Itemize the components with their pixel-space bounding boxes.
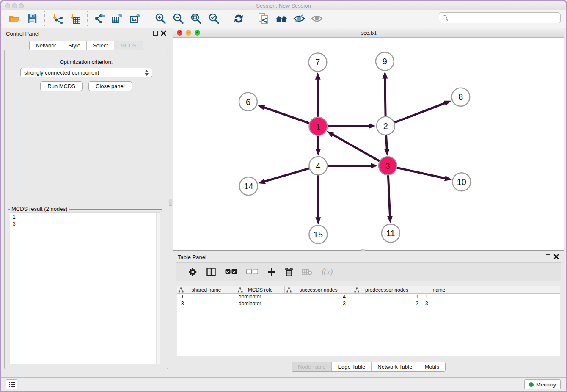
zoom-fit-icon[interactable] — [190, 12, 202, 25]
svg-text:1: 1 — [316, 122, 320, 131]
table-tab-network-table[interactable]: Network Table — [371, 362, 418, 371]
app-window: Session: New Session — [0, 0, 567, 392]
svg-text:14: 14 — [244, 182, 253, 191]
graph-node-7[interactable]: 7 — [308, 53, 327, 72]
graph-edge-1-2[interactable] — [327, 126, 369, 127]
open-session-icon[interactable] — [8, 12, 21, 25]
select-all-rows-icon[interactable] — [225, 269, 237, 275]
memory-button[interactable]: Memory — [524, 379, 561, 389]
show-panels-icon[interactable] — [311, 12, 323, 25]
svg-text:11: 11 — [386, 229, 395, 238]
column-header-name[interactable]: name — [421, 286, 457, 293]
table-toolbar: f(x) — [176, 262, 561, 281]
graph-node-10[interactable]: 10 — [452, 173, 471, 191]
mcds-result-textarea[interactable]: 13 — [10, 212, 160, 364]
export-image-icon[interactable] — [129, 12, 142, 25]
search-icon — [442, 15, 449, 21]
column-header-MCDS-role[interactable]: MCDS role — [236, 286, 285, 293]
add-column-icon[interactable] — [267, 268, 276, 276]
task-history-button[interactable] — [6, 379, 17, 389]
tab-style[interactable]: Style — [62, 41, 86, 50]
close-panel-button[interactable]: Close panel — [88, 81, 132, 91]
zoom-selected-icon[interactable] — [207, 12, 220, 25]
graph-node-9[interactable]: 9 — [376, 52, 394, 71]
graph-edge-3-1[interactable] — [333, 135, 380, 161]
svg-text:7: 7 — [315, 58, 320, 67]
table-settings-icon[interactable] — [188, 268, 197, 276]
export-network-icon[interactable] — [94, 12, 106, 25]
zoom-out-icon[interactable] — [172, 12, 184, 25]
close-table-panel-icon[interactable] — [553, 254, 559, 259]
criterion-select[interactable]: strongly connected component — [20, 68, 152, 77]
graph-edge-3-10[interactable] — [396, 168, 445, 178]
control-panel: Control Panel NetworkStyleSelectMCDS Opt… — [1, 28, 171, 376]
cell-predecessor_nodes: 1 — [352, 294, 421, 301]
graph-node-8[interactable]: 8 — [451, 88, 470, 106]
graph-node-2[interactable]: 2 — [377, 117, 395, 135]
graph-edge-2-8[interactable] — [394, 103, 445, 122]
zoom-in-icon[interactable] — [154, 12, 167, 25]
search-input[interactable] — [451, 15, 560, 21]
status-bar: Memory — [1, 377, 566, 391]
graph-node-4[interactable]: 4 — [309, 157, 327, 175]
tab-mcds[interactable]: MCDS — [114, 41, 142, 50]
table-tab-edge-table[interactable]: Edge Table — [331, 362, 371, 371]
home-view-icon[interactable] — [275, 12, 288, 25]
import-network-icon[interactable] — [51, 12, 63, 25]
search-box[interactable] — [439, 12, 561, 23]
graph-node-15[interactable]: 15 — [309, 225, 327, 243]
graph-node-6[interactable]: 6 — [239, 93, 257, 111]
toolbar-separator — [226, 11, 226, 26]
table-row[interactable]: 1dominator411 — [177, 294, 560, 301]
clone-network-icon[interactable] — [257, 12, 270, 25]
cell-mcds_role: dominator — [236, 301, 285, 307]
graph-edge-1-7[interactable] — [318, 79, 318, 117]
refresh-view-icon[interactable] — [232, 12, 245, 25]
hide-panels-icon[interactable] — [293, 12, 306, 25]
close-panel-icon[interactable] — [161, 30, 166, 36]
tab-select[interactable]: Select — [86, 41, 114, 50]
graph-node-14[interactable]: 14 — [239, 177, 258, 195]
float-table-panel-icon[interactable] — [546, 254, 550, 259]
mcds-result-title: MCDS result (2 nodes) — [10, 206, 69, 212]
graph-node-3[interactable]: 3 — [379, 157, 397, 175]
cell-shared_name: 1 — [177, 294, 236, 301]
graph-node-1[interactable]: 1 — [309, 117, 327, 135]
float-panel-icon[interactable] — [153, 31, 158, 36]
table-panel-tabs: Node TableEdge TableNetwork TableMotifs — [292, 362, 446, 372]
svg-text:8: 8 — [458, 92, 463, 102]
graph-edge-1-6[interactable] — [264, 107, 310, 123]
window-title: Session: New Session — [1, 3, 566, 9]
svg-text:10: 10 — [457, 177, 466, 187]
memory-label: Memory — [536, 381, 556, 388]
network-window-titlebar[interactable]: ✕ − + scc.txt — [173, 28, 564, 38]
graph-node-11[interactable]: 11 — [382, 224, 400, 242]
table-body: 1dominator4113dominator323 — [177, 294, 560, 307]
graph-edge-4-14[interactable] — [264, 168, 309, 182]
graph-edge-2-3[interactable] — [386, 135, 387, 149]
export-table-icon[interactable] — [111, 12, 124, 25]
split-view-icon[interactable] — [206, 268, 216, 276]
table-row[interactable]: 3dominator323 — [177, 301, 560, 307]
result-scrollbar[interactable] — [156, 213, 160, 364]
save-session-icon[interactable] — [26, 12, 39, 25]
run-mcds-button[interactable]: Run MCDS — [40, 81, 83, 91]
toolbar-separator — [148, 11, 148, 26]
import-table-icon[interactable] — [69, 12, 81, 25]
main-toolbar — [1, 10, 566, 28]
table-tab-node-table[interactable]: Node Table — [292, 362, 332, 371]
column-header-predecessor-nodes[interactable]: predecessor nodes — [352, 286, 421, 293]
vertical-splitter-handle[interactable] — [169, 199, 172, 206]
delete-column-icon[interactable] — [285, 268, 293, 276]
node-table: shared nameMCDS rolesuccessor nodesprede… — [177, 286, 560, 356]
deselect-all-rows-icon[interactable] — [246, 269, 258, 275]
tab-network[interactable]: Network — [30, 41, 62, 50]
cell-mcds_role: dominator — [236, 294, 285, 301]
column-header-successor-nodes[interactable]: successor nodes — [285, 286, 352, 293]
network-canvas[interactable]: 7968124314101511 — [173, 38, 564, 250]
column-header-shared-name[interactable]: shared name — [177, 286, 236, 293]
graph-edge-3-11[interactable] — [388, 175, 390, 216]
mcds-result-lines: 13 — [10, 213, 160, 229]
graph-edge-2-9[interactable] — [385, 78, 385, 117]
table-tab-motifs[interactable]: Motifs — [418, 362, 445, 371]
